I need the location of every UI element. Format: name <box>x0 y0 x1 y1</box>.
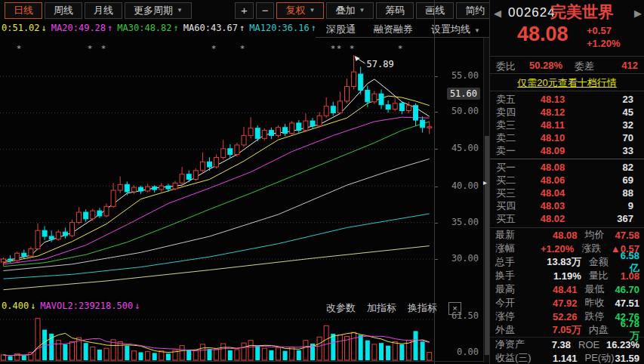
prev-stock-arrow-icon[interactable]: ◀ <box>494 8 501 19</box>
svg-text:*: * <box>350 44 355 54</box>
period-monthly-button[interactable]: 月线 <box>85 2 122 19</box>
stat-value: +1.20% <box>532 243 575 254</box>
chart-toolbar: 日线周线月线更多周期▼+−复权▼叠加▼筹码画线简约隐藏▸▸ <box>0 0 489 21</box>
tab-margin-trading[interactable]: 融资融券 <box>374 23 413 36</box>
weicha-value: 412 <box>621 60 638 71</box>
ma-label: MA120:36.16↑ <box>249 23 316 33</box>
zoom-in-button[interactable]: + <box>235 2 254 19</box>
bid-row[interactable]: 买四48.039 <box>490 199 644 212</box>
book-level-label: 卖五 <box>490 93 526 106</box>
book-qty: 33 <box>579 145 644 156</box>
close-indicator-button[interactable]: × <box>448 302 461 315</box>
ma-label: MA30:48.82↑ <box>117 23 178 33</box>
book-price: 48.09 <box>526 145 579 156</box>
book-level-label: 卖四 <box>490 106 526 119</box>
book-price: 48.02 <box>526 213 579 224</box>
svg-text:*: * <box>101 44 106 54</box>
stat-value: 47.51 <box>615 298 644 309</box>
axis-tick <box>435 149 438 150</box>
book-level-label: 卖三 <box>490 119 526 132</box>
axis-label: 50.00 <box>451 106 479 116</box>
ask-row[interactable]: 卖一48.0933 <box>490 144 644 157</box>
price-tag-highlight: 51.60 <box>447 88 480 100</box>
add-indicator-button[interactable]: 加指标 <box>367 301 396 315</box>
stat-label: ROE <box>571 339 606 350</box>
tab-shengutong[interactable]: 深股通 <box>326 23 356 36</box>
book-qty: 23 <box>579 94 644 105</box>
ask-row[interactable]: 卖三48.1132 <box>490 119 644 131</box>
stat-label: 量比 <box>581 269 621 282</box>
volume-indicator-row: 0.400↓MAVOL2:239218.500↓ <box>2 301 144 313</box>
book-qty: 88 <box>579 187 644 199</box>
chips-button[interactable]: 筹码 <box>376 2 414 19</box>
weibi-row: 委比 50.28% 委差 412 <box>490 56 644 73</box>
axis-label: 0.00 <box>457 347 479 357</box>
stat-label: 收益(三) <box>490 351 532 364</box>
period-weekly-button[interactable]: 周线 <box>45 2 82 19</box>
ma-label: 0:51.02↓ <box>2 23 47 33</box>
svg-text:*: * <box>240 44 245 54</box>
order-book: 卖五48.1323卖四48.1245卖三48.1132卖二48.1070卖一48… <box>490 93 644 225</box>
ma-label: MA60:43.67↑ <box>183 23 245 33</box>
quote-panel: ◀ 002624 完美世界 ▶ 48.08 +0.57 +1.20% 委比 50… <box>489 0 644 364</box>
book-price: 48.06 <box>526 174 579 186</box>
period-daily-button[interactable]: 日线 <box>5 2 42 19</box>
stat-label: 涨跌 <box>574 242 610 255</box>
book-price: 48.10 <box>526 132 579 143</box>
stats-row: 外盘7.05万内盘6.78万 <box>490 323 644 337</box>
bid-row[interactable]: 买一48.0882 <box>490 161 644 174</box>
stat-label: 最高 <box>490 282 532 296</box>
stats-row: 净资产7.38ROE16.23% <box>490 337 644 351</box>
stats-row: 收益(三)1.141PE(动)31.59 <box>490 351 644 364</box>
overlay-button[interactable]: 叠加▼ <box>326 2 374 19</box>
bid-row[interactable]: 买三48.0488 <box>490 187 644 199</box>
ask-row[interactable]: 卖二48.1070 <box>490 131 644 144</box>
book-qty: 367 <box>579 213 644 224</box>
book-price: 48.11 <box>526 119 579 131</box>
ten-level-quote-promo-link[interactable]: 仅需20元查看十档行情 <box>517 77 616 88</box>
change-params-button[interactable]: 改参数 <box>326 301 356 315</box>
ask-row[interactable]: 卖五48.1323 <box>490 93 644 106</box>
last-price: 48.08 <box>517 23 569 46</box>
panel-collapse-arrow-icon[interactable]: ▸ <box>483 178 487 187</box>
book-divider <box>490 159 644 159</box>
ask-row[interactable]: 卖四48.1245 <box>490 106 644 119</box>
stat-label: 均价 <box>577 228 615 242</box>
price-change-pct: +1.20% <box>587 37 620 50</box>
zoom-out-button[interactable]: − <box>256 2 275 19</box>
axis-tick <box>435 187 438 187</box>
stat-label: 昨收 <box>577 296 615 310</box>
book-price: 48.13 <box>526 94 579 105</box>
axis-tick <box>435 223 438 224</box>
book-qty: 70 <box>579 132 644 143</box>
stats-row: 最新48.08均价47.58 <box>490 228 644 242</box>
arrow-down-icon: ↓ <box>134 301 140 311</box>
stat-value: 13.83万 <box>535 255 581 269</box>
next-stock-arrow-icon[interactable]: ▶ <box>634 8 642 19</box>
book-price: 48.03 <box>526 200 579 211</box>
stat-label: 涨停 <box>490 310 532 323</box>
arrow-up-icon: ↑ <box>107 23 112 33</box>
stat-label: 内盘 <box>581 323 621 337</box>
switch-indicator-button[interactable]: 换指标 <box>408 301 437 315</box>
stat-label: 最低 <box>577 282 615 296</box>
more-periods-button[interactable]: 更多周期▼ <box>125 2 192 19</box>
bid-row[interactable]: 买五48.02367 <box>490 212 644 225</box>
stat-value: 1.141 <box>532 353 577 364</box>
stat-label: 金额 <box>581 255 621 269</box>
stat-value: 47.58 <box>615 230 644 241</box>
svg-text:*: * <box>337 44 342 54</box>
stat-value: 1.08 <box>621 270 644 282</box>
stat-label: 最新 <box>490 228 532 242</box>
stat-value: 47.92 <box>532 298 577 309</box>
stat-value: 46.70 <box>615 284 644 295</box>
stat-value: 7.05万 <box>535 323 581 337</box>
bid-row[interactable]: 买二48.0669 <box>490 174 644 187</box>
stats-row: 换手1.19%量比1.08 <box>490 269 644 282</box>
candlestick-chart[interactable]: *********57.89 <box>0 38 434 298</box>
adjust-price-button[interactable]: 复权▼ <box>276 2 324 19</box>
weicha-label: 委差 <box>575 60 594 73</box>
axis-label: 55.00 <box>451 70 479 81</box>
panel-scroll-strip: ▸ <box>483 38 489 362</box>
stock-name: 完美世界 <box>550 2 614 23</box>
